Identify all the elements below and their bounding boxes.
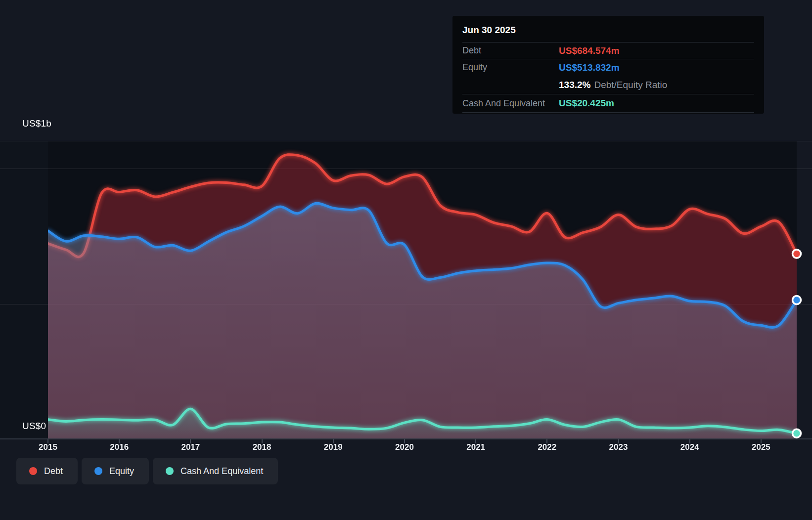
tooltip-equity-value: US$513.832m [559, 62, 620, 73]
x-axis-label: 2017 [181, 442, 200, 452]
x-axis-label: 2024 [680, 442, 699, 452]
tooltip-debt-value: US$684.574m [559, 45, 620, 56]
tooltip-equity-label: Equity [462, 62, 559, 73]
x-axis: 2015201620172018201920202021202220232024… [0, 442, 812, 457]
tooltip-row-equity: Equity US$513.832m [462, 59, 754, 76]
x-axis-label: 2015 [39, 442, 57, 452]
x-axis-label: 2016 [110, 442, 129, 452]
tooltip-ratio-label: Debt/Equity Ratio [594, 80, 667, 90]
cash-legend-dot-icon [166, 467, 174, 475]
tooltip-row-cash: Cash And Equivalent US$20.425m [462, 94, 754, 113]
debt-equity-history-panel: US$1b US$0 20152016201720182019202020212… [0, 0, 812, 520]
x-axis-label: 2022 [538, 442, 556, 452]
legend-cash-label: Cash And Equivalent [180, 466, 263, 477]
y-axis-label-0: US$0 [22, 421, 46, 432]
x-axis-label: 2023 [609, 442, 628, 452]
legend-item-equity[interactable]: Equity [82, 458, 149, 484]
x-axis-label: 2019 [324, 442, 343, 452]
legend-equity-label: Equity [109, 466, 134, 477]
tooltip-cash-label: Cash And Equivalent [462, 98, 559, 109]
tooltip-cash-value: US$20.425m [559, 98, 614, 109]
tooltip-row-ratio: 133.2%Debt/Equity Ratio [462, 76, 754, 94]
tooltip-ratio: 133.2%Debt/Equity Ratio [559, 80, 667, 90]
legend-debt-label: Debt [44, 466, 63, 477]
x-axis-label: 2020 [395, 442, 414, 452]
tooltip-debt-label: Debt [462, 45, 559, 56]
x-axis-label: 2025 [752, 442, 770, 452]
equity-legend-dot-icon [94, 467, 102, 475]
x-axis-label: 2018 [253, 442, 271, 452]
tooltip-row-debt: Debt US$684.574m [462, 43, 754, 59]
debt-legend-dot-icon [29, 467, 37, 475]
legend-item-debt[interactable]: Debt [16, 458, 78, 484]
tooltip-date: Jun 30 2025 [462, 21, 754, 43]
y-axis-label-1b: US$1b [22, 118, 51, 129]
chart-tooltip: Jun 30 2025 Debt US$684.574m Equity US$5… [452, 16, 764, 114]
chart-legend: Debt Equity Cash And Equivalent [16, 458, 278, 484]
x-axis-label: 2021 [466, 442, 485, 452]
legend-item-cash[interactable]: Cash And Equivalent [153, 458, 278, 484]
tooltip-ratio-value: 133.2% [559, 80, 590, 90]
